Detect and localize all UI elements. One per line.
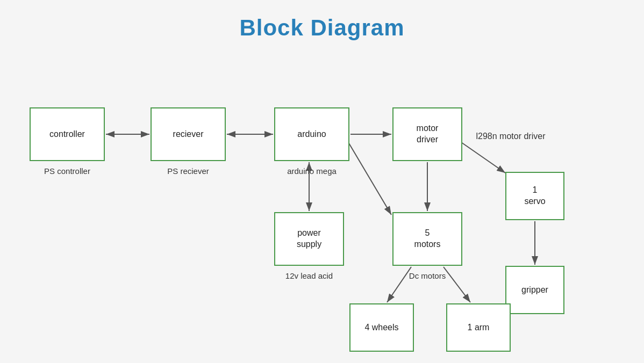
servo-block: 1 servo [505, 172, 564, 220]
reciever-block: reciever [151, 107, 226, 161]
arduino-block: arduino [274, 107, 349, 161]
gripper-label: gripper [521, 285, 548, 296]
controller-label: controller [49, 129, 85, 140]
power-supply-block: power supply [274, 212, 344, 266]
reciever-sublabel: PS reciever [151, 166, 226, 176]
servo-label: 1 servo [524, 185, 545, 207]
svg-line-4 [348, 142, 391, 215]
motor-driver-sublabel: l298n motor driver [468, 132, 554, 141]
diagram-area: reciever double arrow --> arduino double… [0, 59, 644, 363]
svg-line-6 [461, 142, 505, 173]
controller-block: controller [30, 107, 105, 161]
motors-label: 5 motors [414, 228, 441, 250]
arduino-sublabel: arduino mega [263, 166, 360, 176]
motors-sublabel: Dc motors [390, 271, 465, 280]
arm-label: 1 arm [468, 322, 490, 333]
motor-driver-label: motor driver [417, 123, 439, 146]
controller-sublabel: PS controller [30, 166, 105, 176]
motors-block: 5 motors [392, 212, 462, 266]
arduino-label: arduino [297, 129, 326, 140]
page-title: Block Diagram [0, 0, 644, 41]
wheels-block: 4 wheels [349, 303, 414, 352]
wheels-label: 4 wheels [364, 322, 398, 333]
gripper-block: gripper [505, 266, 564, 314]
arm-block: 1 arm [446, 303, 511, 352]
power-supply-label: power supply [297, 228, 321, 250]
power-supply-sublabel: 12v lead acid [263, 271, 355, 280]
motor-driver-block: motor driver [392, 107, 462, 161]
reciever-label: reciever [173, 129, 204, 140]
